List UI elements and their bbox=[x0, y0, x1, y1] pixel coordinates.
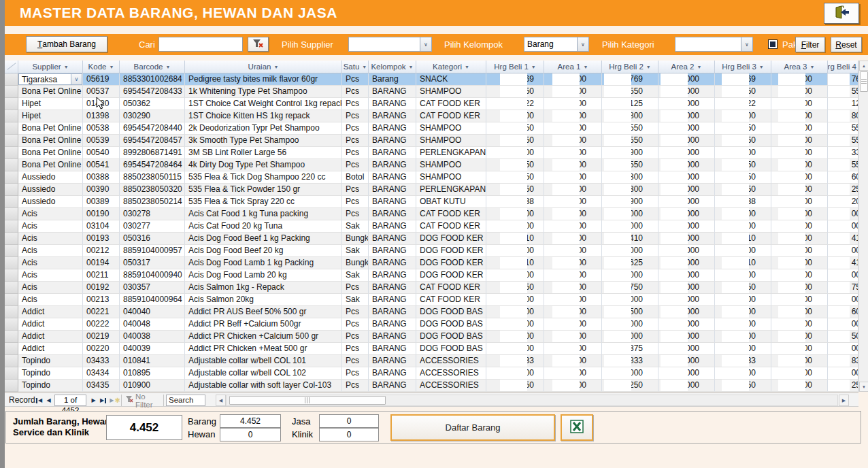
cell-hrg-beli-2[interactable]: 000 bbox=[602, 245, 658, 257]
cell-hrg-beli-3[interactable]: 00 bbox=[715, 306, 771, 318]
cell-hrg-beli-2[interactable]: 000 bbox=[602, 208, 658, 220]
cell-uraian[interactable]: 3k Smooth Type Pet Shampoo bbox=[185, 135, 342, 147]
cell-hrg-beli-1[interactable]: 33 bbox=[486, 355, 544, 367]
cell-area-1[interactable]: 00 bbox=[544, 343, 602, 355]
cell-area-3[interactable]: 00 bbox=[771, 318, 828, 331]
row-selector[interactable] bbox=[5, 98, 18, 110]
column-header-hrg-beli-3[interactable]: Hrg Beli 3▼ bbox=[715, 61, 771, 73]
cell-hrg-beli-3[interactable]: 22 bbox=[715, 98, 771, 110]
cell-barcode[interactable]: 050362 bbox=[120, 98, 185, 110]
cell-kategori[interactable]: CAT FOOD KER bbox=[416, 98, 486, 110]
cell-area-1[interactable]: 00 bbox=[544, 245, 602, 257]
cell-hrg-beli-3[interactable]: 50 bbox=[715, 135, 771, 147]
record-position-box[interactable]: 1 of 4452 bbox=[54, 395, 86, 406]
cell-area-2[interactable]: 000 bbox=[658, 159, 715, 171]
cell-kategori[interactable]: SHAMPOO bbox=[416, 122, 486, 135]
cell-area-3[interactable]: 00 bbox=[771, 269, 828, 282]
cell-satuan[interactable]: Pcs bbox=[342, 380, 369, 392]
cell-hrg-beli-2[interactable]: 833 bbox=[602, 355, 658, 367]
cell-hrg-beli-2[interactable]: 000 bbox=[602, 269, 658, 282]
cell-kelompok[interactable]: BARANG bbox=[369, 245, 416, 257]
cell-kelompok[interactable]: Barang bbox=[369, 73, 416, 86]
cell-supplier[interactable]: Topindo bbox=[18, 367, 83, 380]
previous-record-button[interactable]: ◀ bbox=[44, 395, 53, 405]
cell-hrg-beli-1[interactable]: 50 bbox=[486, 184, 544, 196]
cell-supplier[interactable]: Topindo bbox=[18, 355, 83, 367]
column-header-kelompok[interactable]: Kelompok▼ bbox=[369, 61, 416, 73]
cell-kelompok[interactable]: BARANG bbox=[369, 331, 416, 343]
cell-kategori[interactable]: PERLENGKAPAN bbox=[416, 147, 486, 159]
cell-hrg-beli-2[interactable]: 000 bbox=[602, 331, 658, 343]
row-selector[interactable] bbox=[5, 257, 18, 269]
cell-hrg-beli-4[interactable]: 41 bbox=[828, 233, 858, 245]
cell-hrg-beli-2[interactable]: 250 bbox=[602, 380, 658, 392]
cell-area-1[interactable]: 00 bbox=[544, 331, 602, 343]
cell-area-3[interactable]: 00 bbox=[771, 220, 828, 233]
cell-kategori[interactable]: OBAT KUTU bbox=[416, 196, 486, 208]
cell-kategori[interactable]: SNACK bbox=[416, 73, 486, 86]
cell-hrg-beli-2[interactable]: 000 bbox=[602, 294, 658, 306]
exit-button[interactable] bbox=[824, 3, 859, 24]
cell-kelompok[interactable]: BARANG bbox=[369, 110, 416, 122]
cell-area-3[interactable]: 00 bbox=[771, 196, 828, 208]
cell-satuan[interactable]: Pcs bbox=[342, 184, 369, 196]
cell-area-2[interactable]: 000 bbox=[658, 208, 715, 220]
cell-uraian[interactable]: Addict PR AUS Beef 50% 500 gr bbox=[185, 306, 342, 318]
column-header-hrg-beli-2[interactable]: Hrg Beli 2▼ bbox=[602, 61, 658, 73]
cell-area-1[interactable]: 00 bbox=[544, 171, 602, 184]
row-selector[interactable] bbox=[5, 220, 18, 233]
cell-uraian[interactable]: Acis Cat Food 20 kg Tuna bbox=[185, 220, 342, 233]
column-header-hrg-beli-4[interactable]: Hrg Beli 4▼ bbox=[828, 61, 858, 73]
cell-area-1[interactable]: 00 bbox=[544, 233, 602, 245]
cell-hrg-beli-1[interactable]: 50 bbox=[486, 282, 544, 294]
supplier-select[interactable]: ∨ bbox=[348, 37, 432, 52]
cell-barcode[interactable]: 6954547208457 bbox=[120, 135, 185, 147]
cell-barcode[interactable]: 050316 bbox=[120, 233, 185, 245]
cell-kelompok[interactable]: BARANG bbox=[369, 257, 416, 269]
cell-hrg-beli-1[interactable]: 50 bbox=[486, 122, 544, 135]
cell-hrg-beli-3[interactable]: 00 bbox=[715, 220, 771, 233]
row-selector[interactable] bbox=[5, 196, 18, 208]
cell-kelompok[interactable]: BARANG bbox=[369, 380, 416, 392]
cell-hrg-beli-1[interactable]: 50 bbox=[486, 135, 544, 147]
cell-hrg-beli-1[interactable]: 00 bbox=[486, 110, 544, 122]
cell-area-2[interactable]: 000 bbox=[658, 171, 715, 184]
column-header-area-3[interactable]: Area 3▼ bbox=[771, 61, 828, 73]
cell-satuan[interactable]: Pcs bbox=[342, 331, 369, 343]
row-selector[interactable] bbox=[5, 171, 18, 184]
cell-kelompok[interactable]: BARANG bbox=[369, 282, 416, 294]
cell-kode[interactable]: 00212 bbox=[83, 245, 120, 257]
cell-satuan[interactable]: Pcs bbox=[342, 196, 369, 208]
cell-kelompok[interactable]: BARANG bbox=[369, 135, 416, 147]
cell-kategori[interactable]: ACCESSORIES bbox=[416, 367, 486, 380]
row-selector[interactable] bbox=[5, 122, 18, 135]
cell-hrg-beli-4[interactable]: 00 bbox=[828, 318, 858, 331]
cell-hrg-beli-4[interactable]: 12 bbox=[828, 98, 858, 110]
cell-hrg-beli-1[interactable]: 00 bbox=[486, 331, 544, 343]
cell-hrg-beli-2[interactable]: 300 bbox=[602, 184, 658, 196]
cell-supplier[interactable]: Bona Pet Online bbox=[18, 86, 83, 98]
cell-area-2[interactable]: 000 bbox=[658, 220, 715, 233]
cell-kode[interactable]: 00540 bbox=[83, 147, 120, 159]
cell-satuan[interactable]: Pcs bbox=[342, 318, 369, 331]
cell-barcode[interactable]: 040048 bbox=[120, 318, 185, 331]
cell-hrg-beli-4[interactable]: 33 bbox=[828, 147, 858, 159]
next-record-button[interactable]: ▶ bbox=[89, 395, 98, 405]
cell-area-1[interactable]: 00 bbox=[544, 367, 602, 380]
cell-area-1[interactable]: 00 bbox=[544, 135, 602, 147]
cell-supplier[interactable]: Hipet bbox=[18, 110, 83, 122]
cell-area-2[interactable]: 000 bbox=[658, 245, 715, 257]
cell-barcode[interactable]: 8853301002684 bbox=[120, 73, 185, 86]
cell-kategori[interactable]: DOG FOOD BAS bbox=[416, 343, 486, 355]
cell-area-3[interactable]: 00 bbox=[771, 98, 828, 110]
cell-uraian[interactable]: 535 Flea & Tick Powder 150 gr bbox=[185, 184, 342, 196]
cell-uraian[interactable]: Pedigree tasty bites milk flavor 60gr bbox=[185, 73, 342, 86]
cell-uraian[interactable]: 3M SB Lint Roller Large 56 bbox=[185, 147, 342, 159]
clear-filter-button[interactable] bbox=[248, 37, 269, 52]
row-selector[interactable] bbox=[5, 110, 18, 122]
row-selector[interactable] bbox=[5, 331, 18, 343]
cell-barcode[interactable]: 8859104000957 bbox=[120, 245, 185, 257]
row-selector[interactable] bbox=[5, 318, 18, 331]
cell-area-2[interactable]: 000 bbox=[658, 380, 715, 392]
cell-hrg-beli-1[interactable]: 10 bbox=[486, 233, 544, 245]
